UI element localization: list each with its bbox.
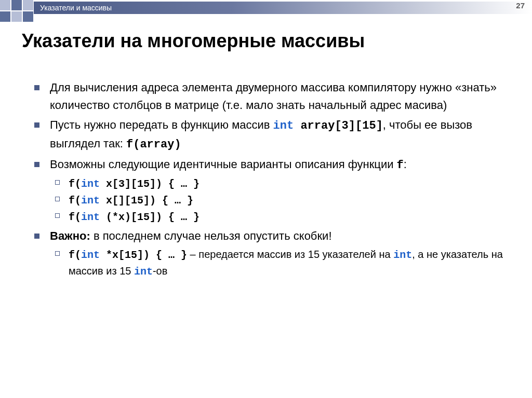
keyword: int xyxy=(393,249,412,261)
bullet-bold: Важно: xyxy=(50,229,90,242)
breadcrumb-text: Указатели и массивы xyxy=(40,4,112,12)
list-item: Пусть нужно передать в функцию массив in… xyxy=(34,116,509,154)
content-area: Для вычисления адреса элемента двумерног… xyxy=(34,79,509,282)
code-inline: f(int x[][15]) { … } xyxy=(69,195,193,207)
keyword: int xyxy=(273,119,294,132)
code-inline: f(int (*x)[15]) { … } xyxy=(69,211,200,223)
code-inline: f xyxy=(397,159,404,172)
list-item: f(int (*x)[15]) { … } xyxy=(50,209,509,225)
keyword: int xyxy=(81,249,100,261)
keyword: int xyxy=(81,195,100,207)
page-number: 27 xyxy=(516,1,525,10)
list-item: Возможны следующие идентичные варианты о… xyxy=(34,156,509,225)
list-item: f(int *x[15]) { … } – передается массив … xyxy=(50,246,509,280)
breadcrumb: Указатели и массивы xyxy=(34,2,532,14)
bullet-text: -ов xyxy=(153,265,167,277)
code-text: x[][15]) { … } xyxy=(100,195,193,207)
code-text: (*x)[15]) { … } xyxy=(100,211,200,223)
code-inline: f(int *x[15]) { … } xyxy=(69,249,187,261)
page-title: Указатели на многомерные массивы xyxy=(22,30,516,51)
code-text: f( xyxy=(69,249,81,261)
code-inline: int array[3][15] xyxy=(273,119,383,132)
code-text: f( xyxy=(69,178,81,190)
keyword: int xyxy=(81,211,100,223)
keyword: int xyxy=(81,178,100,190)
list-item: f(int x[3][15]) { … } xyxy=(50,175,509,192)
bullet-text: Для вычисления адреса элемента двумерног… xyxy=(50,81,497,112)
slide: Указатели и массивы 27 Указатели на мног… xyxy=(0,0,532,398)
code-inline: f(array) xyxy=(126,138,181,151)
code-text: x[3][15]) { … } xyxy=(100,178,200,190)
keyword: int xyxy=(134,266,153,278)
list-item: f(int x[][15]) { … } xyxy=(50,192,509,209)
bullet-text: Пусть нужно передать в функцию массив xyxy=(50,118,273,131)
code-text: array[3][15] xyxy=(294,119,383,132)
bullet-text: – передается массив из 15 указателей на xyxy=(187,249,393,260)
code-text: f( xyxy=(69,195,81,207)
list-item: Для вычисления адреса элемента двумерног… xyxy=(34,79,509,114)
bullet-text: в последнем случае нельзя опустить скобк… xyxy=(90,229,332,242)
code-text: *x[15]) { … } xyxy=(100,249,187,261)
bullet-text: Возможны следующие идентичные варианты о… xyxy=(50,158,397,171)
list-item: Важно: в последнем случае нельзя опустит… xyxy=(34,227,509,279)
code-text: f( xyxy=(69,211,81,223)
header-decoration xyxy=(0,0,34,22)
bullet-text: : xyxy=(404,158,407,171)
code-inline: f(int x[3][15]) { … } xyxy=(69,178,200,190)
